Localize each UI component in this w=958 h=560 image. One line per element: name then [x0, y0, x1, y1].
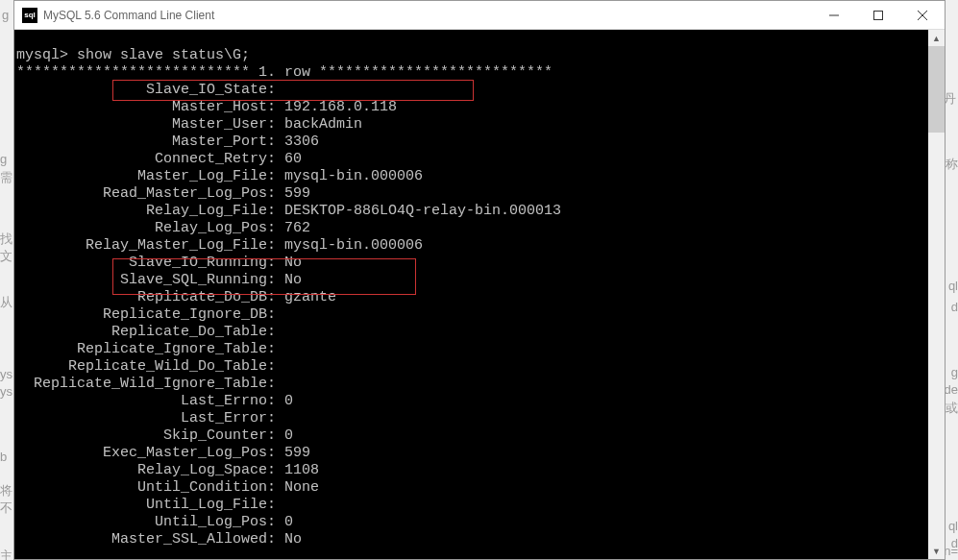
bg-text: 文: [0, 248, 12, 265]
bg-text: g: [0, 152, 7, 166]
minimize-button[interactable]: [812, 1, 856, 30]
terminal-field-line: Replicate_Do_Table:: [16, 324, 945, 341]
terminal-area[interactable]: mysql> show slave status\G;*************…: [14, 30, 945, 559]
terminal-field-line: Replicate_Wild_Do_Table:: [16, 358, 945, 376]
bg-text: 找: [0, 231, 12, 248]
app-window: sql MySQL 5.6 Command Line Client mysql>…: [13, 0, 946, 560]
scrollbar[interactable]: ▲ ▼: [928, 30, 945, 559]
bg-text: ql: [948, 279, 958, 293]
terminal-field-line: Last_Errno: 0: [16, 393, 945, 410]
terminal-field-line: Exec_Master_Log_Pos: 599: [16, 445, 945, 462]
bg-text: b: [0, 450, 7, 464]
terminal-field-line: Master_Log_File: mysql-bin.000006: [16, 168, 945, 185]
bg-text: 或: [946, 400, 958, 417]
terminal-field-line: Replicate_Do_DB: gzante: [16, 289, 945, 306]
terminal-command-line: mysql> show slave status\G;: [16, 47, 945, 64]
bg-text: ql: [948, 519, 958, 533]
terminal-field-line: Until_Condition: None: [16, 479, 945, 497]
terminal-field-line: Skip_Counter: 0: [16, 427, 945, 445]
maximize-button[interactable]: [856, 1, 900, 30]
scrollbar-thumb[interactable]: [928, 46, 945, 133]
scrollbar-down-button[interactable]: ▼: [928, 543, 945, 559]
bg-text: 将: [0, 482, 12, 499]
terminal-row-header: *************************** 1. row *****…: [16, 64, 945, 82]
terminal-field-line: Last_Error:: [16, 410, 945, 427]
bg-text: ys: [0, 384, 12, 399]
terminal-field-line: Connect_Retry: 60: [16, 151, 945, 168]
terminal-field-line: Read_Master_Log_Pos: 599: [16, 185, 945, 203]
app-icon: sql: [22, 8, 37, 23]
terminal-field-line: Master_Port: 3306: [16, 134, 945, 151]
terminal-field-line: Relay_Master_Log_File: mysql-bin.000006: [16, 237, 945, 255]
window-title: MySQL 5.6 Command Line Client: [43, 9, 812, 22]
bg-text: 需: [0, 169, 12, 186]
svg-rect-1: [874, 11, 883, 19]
terminal-field-line: Relay_Log_Pos: 762: [16, 220, 945, 237]
terminal-field-line: Until_Log_Pos: 0: [16, 514, 945, 531]
bg-text: d: [951, 300, 958, 314]
terminal-field-line: Replicate_Wild_Ignore_Table:: [16, 376, 945, 393]
scrollbar-up-button[interactable]: ▲: [928, 30, 945, 46]
bg-text: 称: [946, 156, 958, 173]
terminal-field-line: Slave_SQL_Running: No: [16, 272, 945, 289]
terminal-field-line: Master_User: backAdmin: [16, 116, 945, 134]
terminal-field-line: Until_Log_File:: [16, 497, 945, 514]
terminal-field-line: Slave_IO_State:: [16, 82, 945, 99]
terminal-line: [16, 30, 945, 47]
terminal-field-line: Relay_Log_File: DESKTOP-886LO4Q-relay-bi…: [16, 203, 945, 220]
bg-text: 不: [0, 499, 12, 517]
terminal-field-line: Replicate_Ignore_Table:: [16, 341, 945, 358]
titlebar[interactable]: sql MySQL 5.6 Command Line Client: [14, 1, 945, 30]
terminal-field-line: Replicate_Ignore_DB:: [16, 306, 945, 324]
bg-text: ys: [0, 367, 12, 381]
terminal-field-line: Slave_IO_Running: No: [16, 255, 945, 272]
terminal-field-line: Relay_Log_Space: 1108: [16, 462, 945, 479]
bg-text: 主: [0, 548, 12, 560]
bg-text: 从: [0, 294, 12, 311]
close-button[interactable]: [900, 1, 945, 30]
bg-text: g: [2, 8, 9, 22]
terminal-field-line: Master_Host: 192.168.0.118: [16, 99, 945, 116]
bg-text: g: [951, 365, 958, 379]
terminal-field-line: Master_SSL_Allowed: No: [16, 531, 945, 548]
bg-text: de: [945, 382, 958, 397]
